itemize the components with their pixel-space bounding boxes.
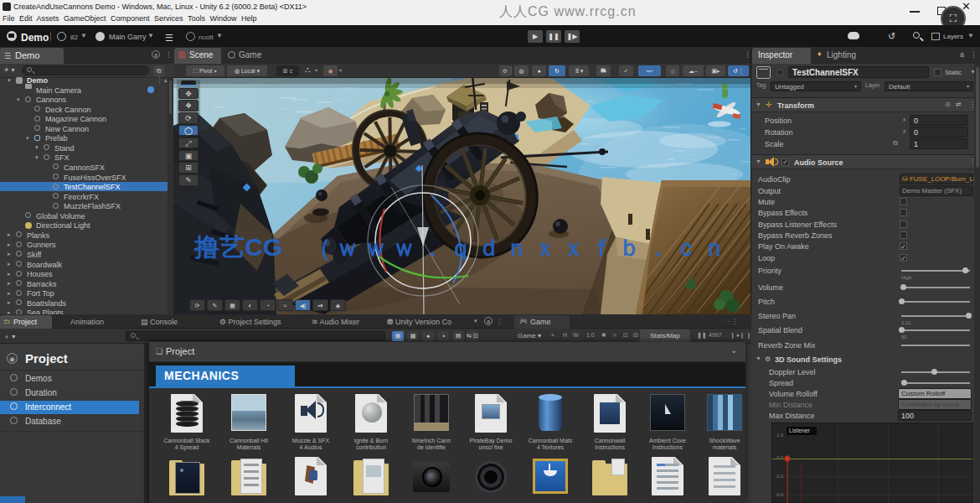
svg-text:撸艺CG: 撸艺CG <box>193 233 282 261</box>
svg-text:（ｗｗｗ．ｑｄｎｘｘｆｂ．ｃｎ: （ｗｗｗ．ｑｄｎｘｘｆｂ．ｃｎ <box>307 235 726 261</box>
